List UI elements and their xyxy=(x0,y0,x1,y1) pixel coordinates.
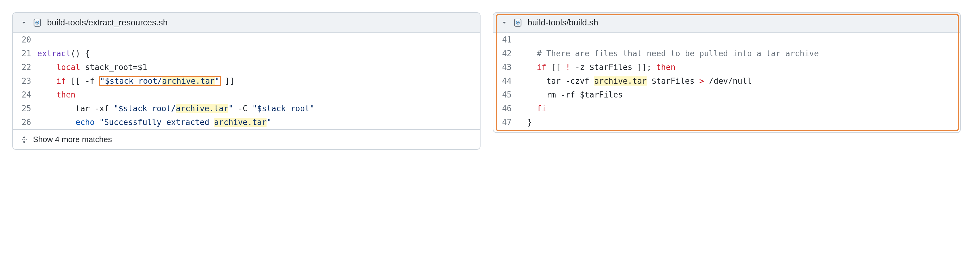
line-content[interactable]: tar -xf "$stack_root/archive.tar" -C "$s… xyxy=(37,102,480,115)
line-number: 45 xyxy=(493,88,518,102)
code-line[interactable]: 42 # There are files that need to be pul… xyxy=(493,47,961,61)
line-content[interactable]: # There are files that need to be pulled… xyxy=(518,47,961,61)
line-number: 44 xyxy=(493,74,518,88)
line-content[interactable]: extract() { xyxy=(37,47,480,61)
file-path[interactable]: build-tools/extract_resources.sh xyxy=(47,18,168,27)
code-line[interactable]: 20 xyxy=(13,33,480,47)
svg-point-5 xyxy=(25,139,27,140)
line-content[interactable]: fi xyxy=(518,102,961,115)
code-body: 2021extract() {22 local stack_root=$123 … xyxy=(13,33,480,129)
file-path[interactable]: build-tools/build.sh xyxy=(528,18,598,27)
line-content[interactable]: local stack_root=$1 xyxy=(37,61,480,74)
line-content[interactable]: then xyxy=(37,88,480,102)
line-number: 42 xyxy=(493,47,518,61)
line-content[interactable]: echo "Successfully extracted archive.tar… xyxy=(37,115,480,129)
match-highlight-box: "$stack_root/archive.tar" xyxy=(100,77,220,86)
line-content[interactable]: if [[ -f "$stack_root/archive.tar" ]] xyxy=(37,74,480,88)
panel-header[interactable]: build-tools/build.sh xyxy=(493,13,961,33)
line-number: 46 xyxy=(493,102,518,115)
file-icon xyxy=(513,18,523,27)
code-line[interactable]: 24 then xyxy=(13,88,480,102)
file-icon xyxy=(32,18,42,27)
code-panel-extract-resources: build-tools/extract_resources.sh 2021ext… xyxy=(12,12,480,150)
line-number: 25 xyxy=(13,102,37,115)
svg-point-4 xyxy=(24,139,24,140)
code-body: 4142 # There are files that need to be p… xyxy=(493,33,961,129)
line-number: 22 xyxy=(13,61,37,74)
line-number: 21 xyxy=(13,47,37,61)
svg-point-2 xyxy=(37,22,38,23)
line-content[interactable]: rm -rf $tarFiles xyxy=(518,88,961,102)
code-line[interactable]: 46 fi xyxy=(493,102,961,115)
code-panel-build-wrapper: build-tools/build.sh 4142 # There are fi… xyxy=(493,12,961,133)
line-number: 43 xyxy=(493,61,518,74)
line-content[interactable]: tar -czvf archive.tar $tarFiles > /dev/n… xyxy=(518,74,961,88)
code-line[interactable]: 41 xyxy=(493,33,961,47)
code-line[interactable]: 21extract() { xyxy=(13,47,480,61)
line-number: 47 xyxy=(493,115,518,129)
chevron-down-icon[interactable] xyxy=(501,19,508,26)
line-number: 26 xyxy=(13,115,37,129)
code-panel-build: build-tools/build.sh 4142 # There are fi… xyxy=(493,12,961,133)
line-number: 20 xyxy=(13,33,37,47)
line-content[interactable]: if [[ ! -z $tarFiles ]]; then xyxy=(518,61,961,74)
code-line[interactable]: 45 rm -rf $tarFiles xyxy=(493,88,961,102)
code-line[interactable]: 25 tar -xf "$stack_root/archive.tar" -C … xyxy=(13,102,480,115)
code-line[interactable]: 22 local stack_root=$1 xyxy=(13,61,480,74)
code-line[interactable]: 43 if [[ ! -z $tarFiles ]]; then xyxy=(493,61,961,74)
svg-point-3 xyxy=(22,139,22,140)
line-content[interactable] xyxy=(37,33,480,35)
code-line[interactable]: 26 echo "Successfully extracted archive.… xyxy=(13,115,480,129)
line-content[interactable]: } xyxy=(518,115,961,129)
code-line[interactable]: 23 if [[ -f "$stack_root/archive.tar" ]] xyxy=(13,74,480,88)
line-content[interactable] xyxy=(518,33,961,35)
line-number: 23 xyxy=(13,74,37,88)
show-more-label: Show 4 more matches xyxy=(33,135,112,144)
svg-point-8 xyxy=(517,22,518,23)
unfold-icon xyxy=(20,136,28,144)
line-number: 41 xyxy=(493,33,518,47)
panel-header[interactable]: build-tools/extract_resources.sh xyxy=(13,13,480,33)
show-more-footer[interactable]: Show 4 more matches xyxy=(13,129,480,149)
code-line[interactable]: 47 } xyxy=(493,115,961,129)
chevron-down-icon[interactable] xyxy=(20,19,27,26)
code-line[interactable]: 44 tar -czvf archive.tar $tarFiles > /de… xyxy=(493,74,961,88)
line-number: 24 xyxy=(13,88,37,102)
